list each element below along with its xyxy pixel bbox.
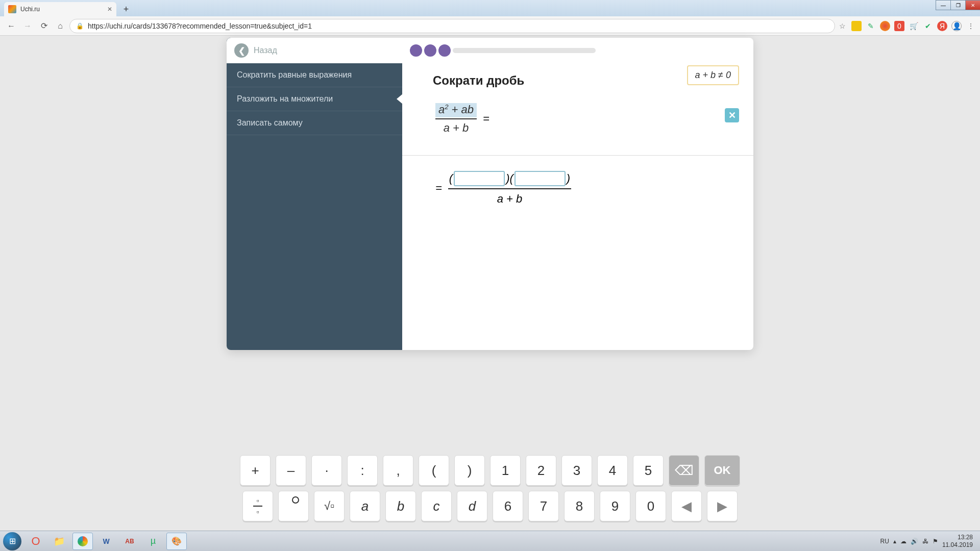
key-rparen[interactable]: ) (454, 455, 485, 486)
close-window-button[interactable]: ✕ (965, 0, 980, 10)
tab-title: Uchi.ru (20, 6, 40, 13)
lesson-card: ❮ Назад Сократить равные выражения Разло… (227, 38, 753, 350)
tray-action-icon[interactable]: ⚑ (933, 538, 938, 545)
key-power[interactable] (278, 491, 309, 521)
key-8[interactable]: 8 (564, 491, 595, 521)
browser-tab[interactable]: Uchi.ru ✕ (4, 2, 116, 16)
task-opera[interactable]: O (26, 533, 46, 550)
back-button[interactable]: ← (4, 19, 18, 33)
reload-button[interactable]: ⟳ (37, 19, 51, 33)
key-5[interactable]: 5 (633, 455, 664, 486)
fraction-line (435, 118, 477, 119)
work-area: = ( )( ) a + b (435, 171, 753, 206)
tray-network-icon[interactable]: 🖧 (922, 538, 928, 545)
key-c[interactable]: c (421, 491, 452, 521)
sidebar-item-write[interactable]: Записать самому (227, 111, 402, 135)
work-fraction: ( )( ) a + b (448, 171, 571, 206)
key-1[interactable]: 1 (490, 455, 521, 486)
key-fraction[interactable]: ▫▫ (242, 491, 273, 521)
task-word[interactable]: W (96, 533, 116, 550)
close-icon: ✕ (728, 110, 736, 121)
tray-volume-icon[interactable]: 🔊 (911, 538, 918, 545)
key-2[interactable]: 2 (526, 455, 556, 486)
ext-ball-icon[interactable] (880, 21, 890, 31)
ext-green-icon[interactable]: ✎ (866, 21, 876, 31)
time-text: 13:28 (942, 534, 973, 541)
key-minus[interactable]: – (276, 455, 306, 486)
ext-bookmark-icon[interactable] (851, 21, 862, 31)
task-abbyy[interactable]: AB (119, 533, 140, 550)
key-prev[interactable]: ◀ (671, 491, 702, 521)
address-bar: ← → ⟳ ⌂ 🔒 https://uchi.ru/cards/133678?r… (0, 16, 980, 36)
lang-indicator[interactable]: RU (880, 538, 889, 545)
key-6[interactable]: 6 (493, 491, 523, 521)
key-lparen[interactable]: ( (419, 455, 449, 486)
new-tab-button[interactable]: + (120, 4, 132, 15)
start-button[interactable]: ⊞ (2, 533, 22, 550)
key-0[interactable]: 0 (635, 491, 666, 521)
task-utorrent[interactable]: µ (143, 533, 163, 550)
back-row[interactable]: ❮ Назад (227, 38, 402, 63)
key-comma[interactable]: , (383, 455, 413, 486)
numerator[interactable]: a2 + ab (435, 103, 477, 117)
lesson-sidebar: ❮ Назад Сократить равные выражения Разло… (227, 38, 402, 350)
tray-flag-icon[interactable]: ▴ (893, 538, 896, 545)
dot-icon (438, 44, 451, 57)
clear-button[interactable]: ✕ (725, 108, 739, 122)
key-b[interactable]: b (385, 491, 416, 521)
key-ok[interactable]: OK (704, 455, 740, 486)
key-sqrt[interactable]: √▫ (314, 491, 345, 521)
constraint-text: a + b ≠ 0 (695, 70, 731, 80)
system-tray: RU ▴ ☁ 🔊 🖧 ⚑ 13:28 11.04.2019 (880, 534, 978, 548)
sqrt-icon: √▫ (324, 499, 334, 513)
back-arrow-icon[interactable]: ❮ (234, 43, 249, 58)
sidebar-item-simplify[interactable]: Сократить равные выражения (227, 63, 402, 87)
maximize-button[interactable]: ❐ (950, 0, 966, 10)
ext-check-icon[interactable]: ✔ (923, 21, 933, 31)
factor-input-2[interactable] (514, 171, 566, 186)
date-text: 11.04.2019 (942, 541, 973, 548)
key-next[interactable]: ▶ (707, 491, 738, 521)
keypad-row-1: + – · : , ( ) 1 2 3 4 5 ⌫ OK (240, 455, 740, 486)
key-colon[interactable]: : (347, 455, 378, 486)
star-icon[interactable]: ☆ (837, 21, 847, 31)
profile-icon[interactable]: 👤 (951, 21, 962, 31)
fraction-icon: ▫▫ (253, 496, 262, 516)
key-a[interactable]: a (350, 491, 380, 521)
lock-icon: 🔒 (76, 22, 84, 30)
key-backspace[interactable]: ⌫ (669, 455, 699, 486)
key-dot[interactable]: · (311, 455, 342, 486)
ext-cart-icon[interactable]: 🛒 (909, 21, 919, 31)
page-area: ❮ Назад Сократить равные выражения Разло… (0, 36, 980, 531)
tray-cloud-icon[interactable]: ☁ (900, 538, 906, 545)
extension-icons: ☆ ✎ 0 🛒 ✔ Я 👤 ⋮ (837, 21, 976, 31)
url-input[interactable]: 🔒 https://uchi.ru/cards/133678?recommend… (69, 19, 835, 33)
triangle-left-icon: ◀ (681, 498, 692, 514)
clock[interactable]: 13:28 11.04.2019 (942, 534, 973, 548)
work-denominator: a + b (497, 189, 523, 206)
ext-yandex-icon[interactable]: Я (937, 21, 947, 31)
menu-icon[interactable]: ⋮ (966, 21, 976, 31)
forward-button[interactable]: → (20, 19, 35, 33)
key-3[interactable]: 3 (561, 455, 592, 486)
key-7[interactable]: 7 (528, 491, 559, 521)
key-plus[interactable]: + (240, 455, 271, 486)
url-text: https://uchi.ru/cards/133678?recommended… (88, 22, 312, 30)
key-d[interactable]: d (457, 491, 487, 521)
task-explorer[interactable]: 📁 (49, 533, 69, 550)
key-9[interactable]: 9 (600, 491, 630, 521)
task-chrome[interactable] (72, 533, 93, 550)
progress-dots (410, 44, 451, 57)
sidebar-item-label: Записать самому (237, 118, 303, 127)
key-4[interactable]: 4 (597, 455, 628, 486)
tab-close-icon[interactable]: ✕ (107, 6, 112, 13)
ext-adblock-icon[interactable]: 0 (894, 21, 904, 31)
sidebar-item-factor[interactable]: Разложить на множители (227, 87, 402, 111)
factor-input-1[interactable] (454, 171, 505, 186)
minimize-button[interactable]: — (936, 0, 951, 10)
close-paren: ) (566, 172, 571, 185)
task-paint[interactable]: 🎨 (166, 533, 187, 550)
home-button[interactable]: ⌂ (53, 19, 67, 33)
triangle-right-icon: ▶ (717, 498, 727, 514)
windows-icon: ⊞ (3, 532, 21, 550)
